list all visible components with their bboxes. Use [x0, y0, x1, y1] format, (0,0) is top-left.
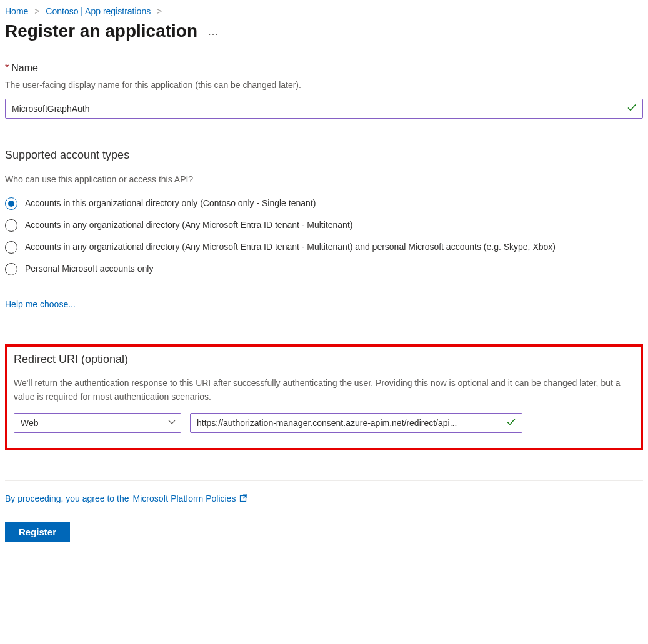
radio-selected-icon: [5, 197, 17, 210]
breadcrumb: Home > Contoso | App registrations >: [5, 6, 643, 16]
radio-label: Personal Microsoft accounts only: [25, 262, 153, 275]
radio-unselected-icon: [5, 219, 17, 232]
breadcrumb-home[interactable]: Home: [5, 6, 28, 16]
redirect-platform-select[interactable]: Web: [14, 413, 181, 433]
redirect-uri-input[interactable]: [190, 413, 522, 433]
radio-unselected-icon: [5, 241, 17, 254]
redirect-uri-highlight-box: Redirect URI (optional) We'll return the…: [5, 344, 643, 450]
chevron-right-icon: >: [153, 6, 166, 16]
radio-label: Accounts in any organizational directory…: [25, 219, 352, 232]
redirect-platform-value: Web: [21, 418, 39, 428]
page-title: Register an application: [5, 21, 197, 41]
chevron-right-icon: >: [31, 6, 43, 16]
required-star-icon: *: [5, 62, 9, 73]
name-label: *Name: [5, 62, 643, 74]
register-button[interactable]: Register: [5, 522, 70, 542]
account-type-radio-personal-only[interactable]: Personal Microsoft accounts only: [5, 262, 643, 275]
platform-policies-link[interactable]: Microsoft Platform Policies: [132, 493, 236, 503]
account-type-radio-single-tenant[interactable]: Accounts in this organizational director…: [5, 197, 643, 210]
redirect-uri-helper-text: We'll return the authentication response…: [14, 376, 634, 404]
chevron-down-icon: [168, 418, 176, 428]
account-type-radio-multitenant[interactable]: Accounts in any organizational directory…: [5, 219, 643, 232]
section-divider: [5, 480, 643, 481]
help-me-choose-link[interactable]: Help me choose...: [5, 299, 76, 309]
external-link-icon: [239, 493, 248, 504]
radio-label: Accounts in this organizational director…: [25, 197, 316, 210]
supported-account-types-heading: Supported account types: [5, 149, 643, 162]
policies-prefix-text: By proceeding, you agree to the: [5, 493, 129, 503]
name-input[interactable]: [5, 99, 643, 119]
redirect-uri-heading: Redirect URI (optional): [14, 353, 634, 366]
more-actions-icon[interactable]: …: [207, 25, 219, 38]
account-types-question: Who can use this application or access t…: [5, 174, 643, 184]
radio-unselected-icon: [5, 263, 17, 275]
account-type-radio-multitenant-personal[interactable]: Accounts in any organizational directory…: [5, 240, 643, 254]
name-helper-text: The user-facing display name for this ap…: [5, 80, 643, 90]
radio-label: Accounts in any organizational directory…: [25, 240, 556, 254]
breadcrumb-app-registrations[interactable]: Contoso | App registrations: [46, 6, 151, 16]
